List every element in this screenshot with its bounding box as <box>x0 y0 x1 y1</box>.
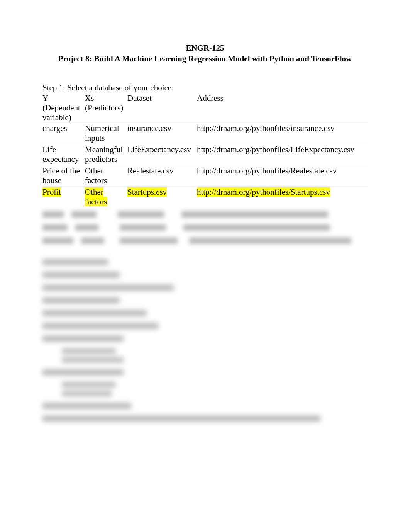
blurred-extra-rows <box>42 211 368 244</box>
table-row-highlighted: Profit Other factors Startups.csv http:/… <box>42 186 368 207</box>
cell-xs: Other factors <box>85 165 127 186</box>
cell-dataset: insurance.csv <box>127 122 197 144</box>
table-row: charges Numerical inputs insurance.csv h… <box>42 122 368 144</box>
cell-y: charges <box>42 122 85 144</box>
blurred-steps <box>42 259 368 422</box>
table-row: Price of the house Other factors Realest… <box>42 165 368 186</box>
col-xs: Xs (Predictors) <box>85 93 127 123</box>
cell-y: Life expectancy <box>42 144 85 165</box>
cell-address: http://drnam.org/pythonfiles/Realestate.… <box>197 165 368 186</box>
table-header-row: Y (Dependent variable) Xs (Predictors) D… <box>42 93 368 123</box>
cell-address: http://drnam.org/pythonfiles/Startups.cs… <box>197 186 368 207</box>
project-title: Project 8: Build A Machine Learning Regr… <box>42 53 368 64</box>
col-dataset: Dataset <box>127 93 197 123</box>
col-address: Address <box>197 93 368 123</box>
course-code: ENGR-125 <box>42 42 368 53</box>
document-page: ENGR-125 Project 8: Build A Machine Lear… <box>0 0 410 452</box>
cell-address: http://drnam.org/pythonfiles/insurance.c… <box>197 122 368 144</box>
cell-y: Price of the house <box>42 165 85 186</box>
title-block: ENGR-125 Project 8: Build A Machine Lear… <box>42 42 368 65</box>
cell-xs: Meaningful predictors <box>85 144 127 165</box>
cell-y: Profit <box>42 186 85 207</box>
col-y: Y (Dependent variable) <box>42 93 85 123</box>
cell-xs: Other factors <box>85 186 127 207</box>
cell-dataset: LifeExpectancy.csv <box>127 144 197 165</box>
cell-address: http://drnam.org/pythonfiles/LifeExpecta… <box>197 144 368 165</box>
dataset-table: Y (Dependent variable) Xs (Predictors) D… <box>42 93 368 207</box>
step1-heading: Step 1: Select a database of your choice <box>42 83 368 93</box>
cell-xs: Numerical inputs <box>85 122 127 144</box>
cell-dataset: Realestate.csv <box>127 165 197 186</box>
table-row: Life expectancy Meaningful predictors Li… <box>42 144 368 165</box>
cell-dataset: Startups.csv <box>127 186 197 207</box>
